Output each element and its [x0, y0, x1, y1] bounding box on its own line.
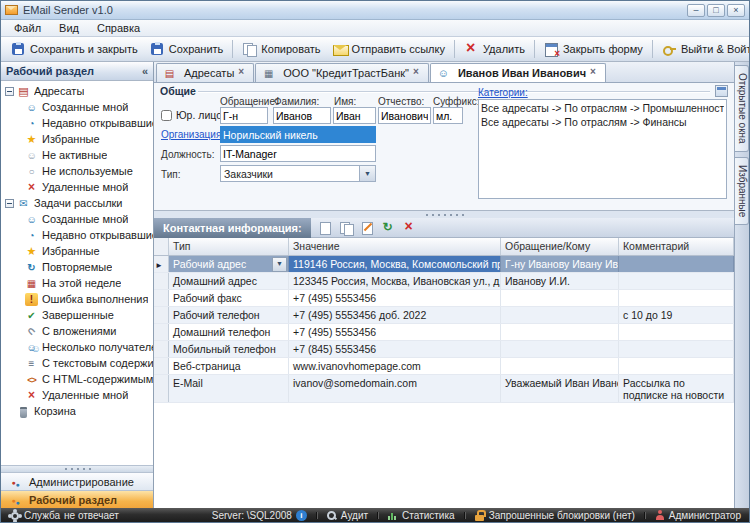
close-button[interactable]: ×	[727, 4, 745, 17]
tree-item[interactable]: Созданные мной	[1, 211, 153, 227]
contact-type-cell[interactable]: Домашний адрес	[169, 273, 289, 289]
tree-item[interactable]: Избранные	[1, 131, 153, 147]
refresh-record-icon[interactable]	[380, 220, 397, 236]
copy-record-icon[interactable]	[338, 220, 355, 236]
contact-value-cell[interactable]: www.ivanovhomepage.com	[289, 358, 501, 374]
tree-item[interactable]: Ошибка выполнения	[1, 291, 153, 307]
tree-item[interactable]: Задачи рассылки	[1, 195, 153, 211]
table-row[interactable]: Рабочий факс +7 (495) 5553456	[154, 290, 734, 307]
tree-item[interactable]: Не используемые	[1, 163, 153, 179]
tree-item[interactable]: С текстовым содержимым	[1, 355, 153, 371]
tree-item[interactable]: Корзина	[1, 403, 153, 419]
stats-status[interactable]: Статистика	[387, 510, 455, 521]
middlename-field[interactable]	[378, 107, 431, 124]
contact-type-cell[interactable]: Веб-страница	[169, 358, 289, 374]
toolbar-button[interactable]: Закрыть форму	[534, 40, 649, 58]
tree-item[interactable]: Недавно открывавшиеся	[1, 115, 153, 131]
tree-item[interactable]: Удаленные мной	[1, 387, 153, 403]
contact-addressee-cell[interactable]	[501, 341, 619, 357]
type-combobox[interactable]: Заказчики ▼	[220, 165, 376, 182]
toolbar-button[interactable]: Удалить	[454, 40, 531, 58]
table-row[interactable]: Рабочий адрес 119146 Россия, Москва, Ком…	[154, 256, 734, 273]
close-tab-icon[interactable]	[413, 69, 422, 78]
tree-item[interactable]: С HTML-содержимым	[1, 371, 153, 387]
organization-link[interactable]: Организация:	[161, 129, 224, 140]
sidebar-splitter[interactable]	[1, 465, 153, 472]
contact-comment-cell[interactable]	[619, 290, 734, 306]
toolbar-button[interactable]: Отправить ссылку	[327, 40, 451, 58]
table-row[interactable]: E-Mail ivanov@somedomain.com Уважаемый И…	[154, 375, 734, 403]
column-header[interactable]: Обращение/Кому	[501, 238, 619, 255]
contact-value-cell[interactable]: +7 (495) 5553456 доб. 2022	[289, 307, 501, 323]
contact-comment-cell[interactable]	[619, 256, 734, 272]
tree-item[interactable]: Повторяемые	[1, 259, 153, 275]
new-record-icon[interactable]	[317, 220, 334, 236]
table-row[interactable]: Рабочий телефон +7 (495) 5553456 доб. 20…	[154, 307, 734, 324]
category-item[interactable]: Все адресаты -> По отраслям -> Промышлен…	[481, 101, 724, 115]
suffix-field[interactable]	[433, 107, 463, 124]
tree-item[interactable]: С вложениями	[1, 323, 153, 339]
sidebar-section-button[interactable]: Рабочий раздел	[1, 490, 153, 508]
menu-item[interactable]: Справка	[88, 21, 149, 35]
contact-type-cell[interactable]: Рабочий телефон	[169, 307, 289, 323]
column-header[interactable]: Комментарий	[619, 238, 734, 255]
contact-comment-cell[interactable]: с 10 до 19	[619, 307, 734, 323]
column-header[interactable]: Тип	[169, 238, 289, 255]
contact-type-cell[interactable]: Рабочий факс	[169, 290, 289, 306]
contact-type-cell[interactable]: E-Mail	[169, 375, 289, 402]
contact-comment-cell[interactable]	[619, 341, 734, 357]
tree-item[interactable]: Избранные	[1, 243, 153, 259]
delete-record-icon[interactable]	[401, 220, 418, 236]
dock-tab[interactable]: Открытые окна	[735, 65, 749, 152]
document-tab[interactable]: Иванов Иван Иванович	[430, 63, 606, 82]
toolbar-button[interactable]: Сохранить	[144, 40, 230, 58]
tree-item[interactable]: Созданные мной	[1, 99, 153, 115]
chevron-down-icon[interactable]: ▼	[359, 166, 375, 181]
edit-record-icon[interactable]	[359, 220, 376, 236]
contact-addressee-cell[interactable]	[501, 324, 619, 340]
contact-comment-cell[interactable]: Рассылка по подписке на новости	[619, 375, 734, 402]
tree-item[interactable]: Недавно открывавшиеся	[1, 227, 153, 243]
close-tab-icon[interactable]	[238, 69, 247, 78]
table-row[interactable]: Мобильный телефон +7 (845) 5553456	[154, 341, 734, 358]
contact-value-cell[interactable]: 123345 Россия, Москва, Ивановская ул., д…	[289, 273, 501, 289]
contact-addressee-cell[interactable]	[501, 290, 619, 306]
sidebar-section-button[interactable]: Администрирование	[1, 472, 153, 490]
minimize-button[interactable]: –	[687, 4, 705, 17]
tree-item[interactable]: На этой неделе	[1, 275, 153, 291]
contact-value-cell[interactable]: ivanov@somedomain.com	[289, 375, 501, 402]
tree-item[interactable]: Не активные	[1, 147, 153, 163]
locks-status[interactable]: Запрошенные блокировки (нет)	[474, 510, 635, 521]
menu-item[interactable]: Вид	[50, 21, 88, 35]
contact-addressee-cell[interactable]	[501, 358, 619, 374]
close-tab-icon[interactable]	[590, 69, 599, 78]
appeal-field[interactable]	[220, 107, 268, 124]
categories-listbox[interactable]: Все адресаты -> По отраслям -> Промышлен…	[478, 99, 727, 199]
position-field[interactable]	[220, 145, 376, 162]
table-row[interactable]: Домашний телефон +7 (495) 5553456	[154, 324, 734, 341]
contact-comment-cell[interactable]	[619, 358, 734, 374]
contact-addressee-cell[interactable]: Иванову И.И.	[501, 273, 619, 289]
horizontal-splitter[interactable]	[154, 211, 734, 218]
lastname-field[interactable]	[273, 107, 331, 124]
table-row[interactable]: Домашний адрес 123345 Россия, Москва, Ив…	[154, 273, 734, 290]
organization-value[interactable]: Норильский никель	[220, 126, 376, 143]
tree-item[interactable]: Завершенные	[1, 307, 153, 323]
document-tab[interactable]: Адресаты	[156, 63, 254, 82]
contact-value-cell[interactable]: +7 (495) 5553456	[289, 290, 501, 306]
contact-type-cell[interactable]: Рабочий адрес	[169, 256, 289, 272]
maximize-button[interactable]: □	[707, 4, 725, 17]
audit-status[interactable]: Аудит	[326, 510, 368, 521]
tree-item[interactable]: Адресаты	[1, 83, 153, 99]
expander-icon[interactable]	[5, 87, 14, 96]
contact-value-cell[interactable]: +7 (845) 5553456	[289, 341, 501, 357]
toolbar-button[interactable]: Копировать	[232, 40, 326, 58]
contact-value-cell[interactable]: +7 (495) 5553456	[289, 324, 501, 340]
toolbar-button[interactable]: Выйти & Войти	[652, 40, 750, 58]
menu-item[interactable]: Файл	[5, 21, 50, 35]
category-item[interactable]: Все адресаты -> По отраслям -> Финансы	[481, 115, 724, 129]
legal-entity-checkbox[interactable]	[161, 110, 172, 121]
contact-addressee-cell[interactable]: Уважаемый Иван Иванович!	[501, 375, 619, 402]
contact-comment-cell[interactable]	[619, 273, 734, 289]
categories-link[interactable]: Категории:	[478, 87, 528, 98]
